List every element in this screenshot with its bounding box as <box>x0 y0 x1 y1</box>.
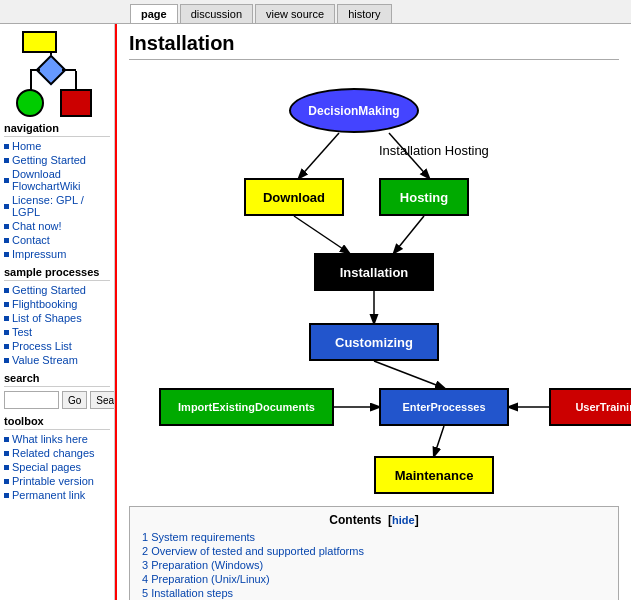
nav-contact[interactable]: Contact <box>4 234 110 246</box>
search-button[interactable]: Search <box>90 391 115 409</box>
node-maintenance: Maintenance <box>374 456 494 494</box>
svg-line-0 <box>299 133 339 178</box>
toolbox-printable[interactable]: Printable version <box>4 475 110 487</box>
nav-chat[interactable]: Chat now! <box>4 220 110 232</box>
node-hosting: Hosting <box>379 178 469 216</box>
sidebar: navigation Home Getting Started Download… <box>0 24 115 600</box>
contents-item-5[interactable]: 5 Installation steps <box>142 587 606 599</box>
node-import: ImportExistingDocuments <box>159 388 334 426</box>
toolbox-related-changes[interactable]: Related changes <box>4 447 110 459</box>
installation-hosting-label: Installation Hosting <box>379 143 489 158</box>
sidebar-toolbox: toolbox What links here Related changes … <box>4 415 110 501</box>
sidebar-search: search Go Search <box>4 372 110 409</box>
tab-page[interactable]: page <box>130 4 178 23</box>
tab-discussion[interactable]: discussion <box>180 4 253 23</box>
hide-link[interactable]: hide <box>392 514 415 526</box>
node-usertraining: UserTraining <box>549 388 631 426</box>
node-enter: EnterProcesses <box>379 388 509 426</box>
node-decision: DecisionMaking <box>289 88 419 133</box>
sample-value-stream[interactable]: Value Stream <box>4 354 110 366</box>
toolbox-special-pages[interactable]: Special pages <box>4 461 110 473</box>
contents-title: Contents [hide] <box>142 513 606 527</box>
sample-section-title: sample processes <box>4 266 110 281</box>
tab-history[interactable]: history <box>337 4 391 23</box>
sample-list-shapes[interactable]: List of Shapes <box>4 312 110 324</box>
contents-item-4[interactable]: 4 Preparation (Unix/Linux) <box>142 573 606 585</box>
sample-getting-started[interactable]: Getting Started <box>4 284 110 296</box>
sample-test[interactable]: Test <box>4 326 110 338</box>
search-box: Go Search <box>4 391 110 409</box>
tab-bar: page discussion view source history <box>0 0 631 24</box>
node-installation: Installation <box>314 253 434 291</box>
sample-flightbooking[interactable]: Flightbooking <box>4 298 110 310</box>
logo-connector-h-right <box>62 69 76 71</box>
tab-view-source[interactable]: view source <box>255 4 335 23</box>
svg-line-3 <box>394 216 424 253</box>
svg-line-8 <box>434 426 444 456</box>
node-download: Download <box>244 178 344 216</box>
nav-download[interactable]: Download FlowchartWiki <box>4 168 110 192</box>
node-customizing: Customizing <box>309 323 439 361</box>
sidebar-navigation: navigation Home Getting Started Download… <box>4 122 110 260</box>
page-title: Installation <box>129 32 619 60</box>
toolbox-permanent-link[interactable]: Permanent link <box>4 489 110 501</box>
contents-title-text: Contents <box>329 513 381 527</box>
contents-item-2[interactable]: 2 Overview of tested and supported platf… <box>142 545 606 557</box>
flowchart: DecisionMaking Installation Hosting Down… <box>129 68 619 498</box>
logo-yellow-rect <box>22 31 57 53</box>
logo-red-rect <box>60 89 92 117</box>
contents-item-3[interactable]: 3 Preparation (Windows) <box>142 559 606 571</box>
svg-line-2 <box>294 216 349 253</box>
search-input[interactable] <box>4 391 59 409</box>
go-button[interactable]: Go <box>62 391 87 409</box>
logo-green-circle <box>16 89 44 117</box>
toolbox-section-title: toolbox <box>4 415 110 430</box>
nav-home[interactable]: Home <box>4 140 110 152</box>
svg-line-5 <box>374 361 444 388</box>
toolbox-what-links[interactable]: What links here <box>4 433 110 445</box>
nav-license[interactable]: License: GPL / LGPL <box>4 194 110 218</box>
nav-getting-started[interactable]: Getting Started <box>4 154 110 166</box>
logo-connector-v-right <box>75 71 77 91</box>
contents-item-1[interactable]: 1 System requirements <box>142 531 606 543</box>
nav-section-title: navigation <box>4 122 110 137</box>
logo-connector-v-left <box>30 71 32 91</box>
sample-process-list[interactable]: Process List <box>4 340 110 352</box>
search-section-title: search <box>4 372 110 387</box>
sidebar-sample-processes: sample processes Getting Started Flightb… <box>4 266 110 366</box>
nav-impressum[interactable]: Impressum <box>4 248 110 260</box>
contents-box: Contents [hide] 1 System requirements 2 … <box>129 506 619 600</box>
main-content: Installation <box>115 24 631 600</box>
logo-area <box>4 28 110 118</box>
